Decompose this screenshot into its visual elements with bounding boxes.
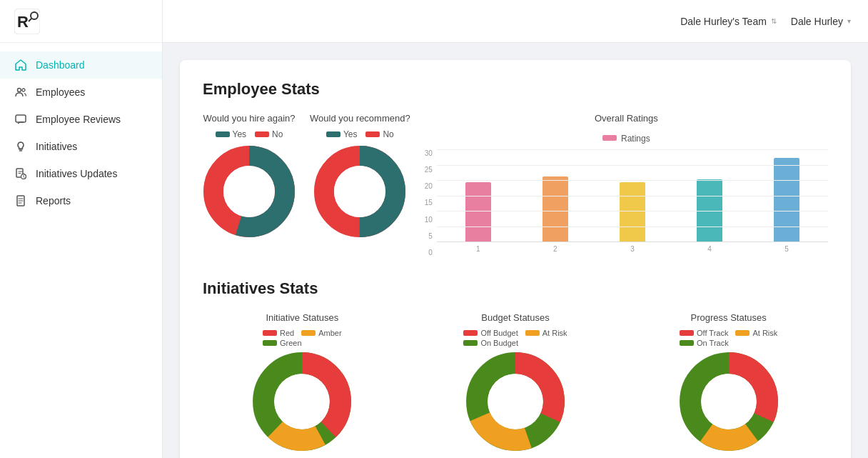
bar-value-1 (465, 182, 491, 242)
users-icon (14, 86, 27, 99)
legend-color-no (365, 131, 380, 137)
overall-ratings-title: Overall Ratings (595, 113, 658, 124)
svg-point-15 (334, 166, 385, 217)
overall-ratings-chart: Overall Ratings Ratings 30 25 20 15 (425, 113, 828, 257)
app-logo-icon: R (14, 9, 40, 34)
bar-5 (751, 158, 822, 242)
recommend-title: Would you recommend? (310, 113, 410, 124)
initiatives-stats-section: Initiatives Stats Initiative Statuses Re… (203, 279, 828, 452)
legend-amber: Amber (301, 329, 341, 337)
sidebar-logo: R (0, 0, 162, 43)
legend-label-yes: Yes (343, 129, 358, 139)
main-content: Dale Hurley's Team ⇅ Dale Hurley ▾ Emplo… (163, 0, 868, 458)
svg-point-12 (223, 166, 275, 217)
budget-statuses-chart: Budget Statuses Off Budget At Risk (416, 312, 615, 452)
legend-at-risk: At Risk (735, 329, 777, 337)
employee-stats-section: Employee Stats Would you hire again? Yes (203, 80, 828, 257)
sidebar-item-employees[interactable]: Employees (0, 79, 162, 106)
ratings-legend-color (602, 135, 617, 141)
initiative-statuses-donut (252, 352, 352, 452)
y-axis-labels: 30 25 20 15 10 5 0 (425, 149, 437, 257)
budget-statuses-title: Budget Statuses (481, 312, 549, 323)
progress-statuses-legend: Off Track At Risk On Track (680, 329, 777, 347)
dashboard-card: Employee Stats Would you hire again? Yes (180, 60, 851, 458)
sidebar-item-dashboard[interactable]: Dashboard (0, 51, 162, 79)
sidebar-item-label: Dashboard (36, 59, 85, 71)
legend-label-no: No (383, 129, 393, 139)
legend-color-yes (216, 131, 230, 137)
recommend-donut (313, 145, 406, 238)
legend-item-yes: Yes (326, 129, 358, 139)
bar-4 (674, 179, 745, 242)
legend-color-no (255, 131, 269, 137)
sidebar-item-label: Employees (36, 86, 85, 98)
legend-color-yes (326, 131, 340, 137)
legend-green: Green (263, 339, 302, 347)
lightbulb-icon (14, 140, 27, 153)
bar-3 (597, 182, 668, 242)
bars-container (437, 149, 828, 242)
initiatives-stats-title: Initiatives Stats (203, 279, 828, 298)
team-selector[interactable]: Dale Hurley's Team ⇅ (680, 16, 777, 27)
legend-label-yes: Yes (233, 129, 247, 139)
legend-on-budget: On Budget (463, 339, 518, 347)
topbar: Dale Hurley's Team ⇅ Dale Hurley ▾ (163, 0, 868, 43)
progress-statuses-donut (679, 352, 779, 452)
initiatives-charts-row: Initiative Statuses Red Amber (203, 312, 828, 452)
legend-on-track: On Track (680, 339, 729, 347)
hire-again-title: Would you hire again? (203, 113, 295, 124)
legend-off-track: Off Track (680, 329, 728, 337)
svg-point-23 (488, 374, 543, 429)
bar-2 (520, 176, 591, 242)
employee-charts-row: Would you hire again? Yes No (203, 113, 828, 257)
sidebar-item-initiatives[interactable]: Initiatives (0, 133, 162, 160)
sidebar-navigation: Dashboard Employees Employee (0, 43, 162, 458)
sidebar-item-reports[interactable]: Reports (0, 187, 162, 214)
budget-statuses-legend: Off Budget At Risk On Budget (463, 329, 567, 347)
bar-value-5 (774, 158, 799, 242)
recommend-legend: Yes No (326, 129, 394, 139)
legend-off-budget: Off Budget (463, 329, 518, 337)
x-axis-labels: 1 2 3 4 5 (437, 245, 828, 253)
bar-value-4 (697, 179, 722, 242)
sidebar-item-label: Reports (36, 195, 71, 206)
legend-item-no: No (255, 129, 283, 139)
svg-text:R: R (17, 13, 29, 31)
sidebar-item-employee-reviews[interactable]: Employee Reviews (0, 106, 162, 133)
progress-statuses-chart: Progress Statuses Off Track At Risk (629, 312, 828, 452)
budget-statuses-donut (465, 352, 565, 452)
user-name: Dale Hurley (791, 16, 843, 27)
user-menu[interactable]: Dale Hurley ▾ (791, 16, 851, 27)
bar-value-3 (620, 182, 645, 242)
svg-point-5 (22, 89, 25, 91)
sidebar-item-label: Employee Reviews (36, 114, 121, 125)
hire-again-chart: Would you hire again? Yes No (203, 113, 296, 238)
initiative-statuses-legend: Red Amber Green (263, 329, 342, 347)
svg-point-4 (18, 89, 21, 92)
svg-rect-6 (16, 115, 26, 122)
recommend-chart: Would you recommend? Yes No (310, 113, 410, 238)
chat-icon (14, 113, 27, 126)
ratings-legend-label: Ratings (621, 134, 650, 144)
sidebar-item-label: Initiatives (36, 141, 77, 152)
sidebar-item-initiatives-updates[interactable]: Initiatives Updates (0, 160, 162, 187)
bar-1 (443, 182, 514, 242)
progress-statuses-title: Progress Statuses (691, 312, 767, 323)
chevron-up-down-icon: ⇅ (771, 17, 777, 25)
chevron-down-icon: ▾ (847, 17, 851, 25)
team-name: Dale Hurley's Team (680, 16, 767, 27)
overall-ratings-legend: Ratings (425, 134, 828, 144)
sidebar-item-label: Initiatives Updates (36, 168, 117, 179)
bar-value-2 (542, 176, 568, 242)
legend-red: Red (263, 329, 294, 337)
legend-label-no: No (272, 129, 283, 139)
employee-stats-title: Employee Stats (203, 80, 828, 99)
legend-at-risk: At Risk (525, 329, 567, 337)
svg-point-19 (275, 374, 330, 429)
document-clock-icon (14, 167, 27, 180)
bar-chart-area: 1 2 3 4 5 (437, 149, 828, 257)
hire-legend: Yes No (216, 129, 283, 139)
sidebar: R Dashboard Employ (0, 0, 163, 458)
hire-donut (203, 145, 296, 238)
initiative-statuses-chart: Initiative Statuses Red Amber (203, 312, 402, 452)
